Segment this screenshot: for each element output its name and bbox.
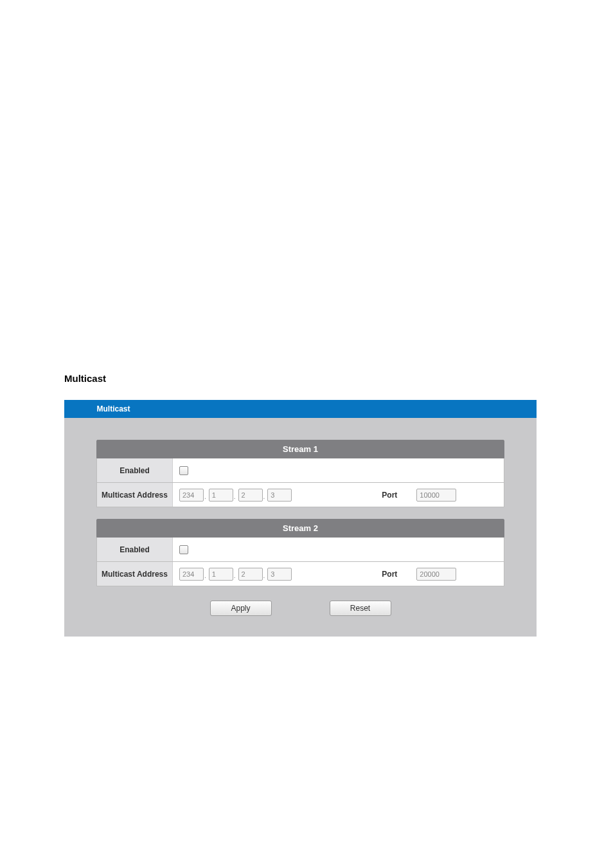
stream-2-ip-octet-4[interactable]: 3 xyxy=(267,568,292,581)
ip-separator: . xyxy=(263,493,265,500)
stream-1-enabled-label: Enabled xyxy=(97,458,173,482)
stream-2-address-label: Multicast Address xyxy=(97,562,173,586)
reset-button[interactable]: Reset xyxy=(330,601,391,616)
stream-1-enabled-row: Enabled xyxy=(96,458,504,483)
section-title: Multicast xyxy=(64,373,549,384)
stream-2-header: Stream 2 xyxy=(96,519,504,538)
tab-bar: Multicast xyxy=(64,400,537,418)
stream-1-block: Stream 1 Enabled Multicast Address 234 .… xyxy=(96,440,504,507)
stream-2-ip-octet-1[interactable]: 234 xyxy=(179,568,204,581)
ip-separator: . xyxy=(234,572,236,579)
stream-1-port-label: Port xyxy=(382,491,397,500)
stream-1-port-input[interactable]: 10000 xyxy=(416,489,456,502)
stream-1-address-content: 234 . 1 . 2 . 3 Port 10000 xyxy=(173,485,504,505)
stream-2-enabled-checkbox[interactable] xyxy=(179,545,188,554)
stream-1-ip-octet-4[interactable]: 3 xyxy=(267,489,292,502)
stream-2-address-row: Multicast Address 234 . 1 . 2 . 3 Port 2… xyxy=(96,562,504,586)
stream-2-enabled-label: Enabled xyxy=(97,538,173,561)
tab-multicast[interactable]: Multicast xyxy=(64,400,163,418)
ip-separator: . xyxy=(234,493,236,500)
stream-1-address-row: Multicast Address 234 . 1 . 2 . 3 Port 1… xyxy=(96,483,504,507)
stream-2-ip-octet-3[interactable]: 2 xyxy=(238,568,263,581)
stream-1-ip-octet-1[interactable]: 234 xyxy=(179,489,204,502)
stream-2-enabled-content xyxy=(173,541,504,558)
button-row: Apply Reset xyxy=(96,598,504,624)
panel-body: Stream 1 Enabled Multicast Address 234 .… xyxy=(64,418,537,637)
ip-separator: . xyxy=(204,572,206,579)
stream-1-enabled-checkbox[interactable] xyxy=(179,466,188,475)
stream-1-header: Stream 1 xyxy=(96,440,504,458)
stream-1-ip-octet-3[interactable]: 2 xyxy=(238,489,263,502)
stream-2-port-input[interactable]: 20000 xyxy=(416,568,456,581)
ip-separator: . xyxy=(204,493,206,500)
multicast-panel: Multicast Stream 1 Enabled Multicast Add… xyxy=(64,400,537,637)
stream-2-enabled-row: Enabled xyxy=(96,538,504,562)
apply-button[interactable]: Apply xyxy=(210,601,272,616)
stream-2-port-label: Port xyxy=(382,570,397,579)
stream-2-address-content: 234 . 1 . 2 . 3 Port 20000 xyxy=(173,564,504,584)
stream-1-address-label: Multicast Address xyxy=(97,483,173,507)
stream-2-block: Stream 2 Enabled Multicast Address 234 .… xyxy=(96,519,504,586)
stream-1-ip-octet-2[interactable]: 1 xyxy=(209,489,233,502)
tab-bar-rest xyxy=(163,400,537,418)
stream-2-ip-octet-2[interactable]: 1 xyxy=(209,568,233,581)
page-container: Multicast Multicast Stream 1 Enabled Mul… xyxy=(0,0,613,637)
ip-separator: . xyxy=(263,572,265,579)
stream-1-enabled-content xyxy=(173,462,504,479)
